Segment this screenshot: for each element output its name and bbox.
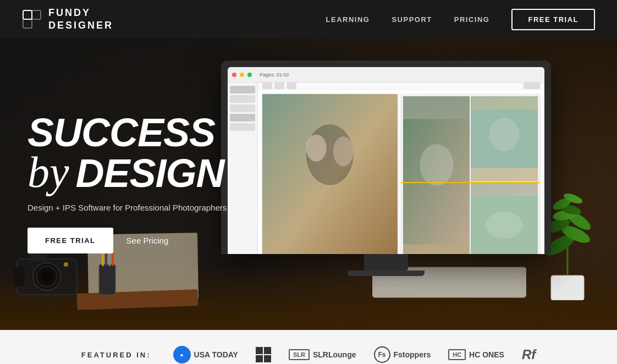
- usa-today-circle: ●: [173, 346, 191, 363]
- sidebar-item: [230, 104, 255, 112]
- minimize-dot: [240, 73, 244, 77]
- slr-lounge-text: SLRLounge: [313, 350, 356, 359]
- logo-slr-lounge: SLR SLRLounge: [289, 349, 356, 360]
- monitor-screen: Pages: 01-02: [228, 67, 544, 254]
- nav-learning[interactable]: LEARNING: [326, 15, 370, 24]
- toolbar-btn: [274, 82, 284, 89]
- brand-name: FUNDY DESIGNER: [48, 7, 113, 32]
- toolbar-btn: [524, 82, 540, 89]
- toolbar-btn: [262, 82, 272, 89]
- monitor-content: [228, 82, 544, 254]
- nav-free-trial-button[interactable]: FREE TRIAL: [511, 9, 595, 30]
- yellow-guide-line: [401, 182, 541, 183]
- hero-subtitle: Design + IPS Software for Professional P…: [27, 203, 227, 212]
- featured-label: FEATURED IN:: [81, 351, 151, 359]
- hc-box: HC: [448, 349, 466, 360]
- logo-fstoppers: Fs Fstoppers: [374, 346, 431, 363]
- svg-point-38: [486, 212, 523, 239]
- svg-point-32: [333, 136, 354, 166]
- monitor-outer: Pages: 01-02: [221, 60, 551, 254]
- hero-title-by-design: by DESIGN: [27, 150, 227, 194]
- usa-today-text: USA TODAY: [194, 350, 238, 359]
- navbar: FUNDY DESIGNER LEARNING SUPPORT PRICING …: [0, 0, 617, 38]
- logo-hc-ones: HC HC ONES: [448, 349, 504, 360]
- svg-rect-27: [377, 279, 522, 285]
- svg-point-31: [306, 135, 327, 162]
- rf-text: Rf: [522, 347, 536, 362]
- hero-buttons: FREE TRIAL See Pricing: [27, 228, 227, 253]
- fundy-logo-icon: [22, 9, 42, 29]
- grid-cell: [256, 347, 263, 354]
- hc-ones-text: HC ONES: [469, 350, 504, 359]
- canvas-left-page: [262, 94, 398, 254]
- grid-cell: [264, 347, 271, 354]
- logo-grid: [256, 347, 271, 362]
- featured-logos: ● USA TODAY SLR SLRLounge Fs Fstoppers H…: [173, 346, 536, 363]
- maximize-dot: [247, 73, 252, 77]
- hero-title-by: by: [27, 150, 69, 194]
- monitor-toolbar: Pages: 01-02: [228, 67, 544, 82]
- svg-rect-2: [23, 19, 32, 28]
- monitor-main: [258, 82, 544, 254]
- canvas-right-page: [401, 94, 541, 254]
- close-dot: [232, 73, 236, 77]
- canvas-photo-tall: [403, 96, 470, 254]
- grid-icon: [256, 347, 271, 362]
- logo-rf: Rf: [522, 347, 536, 362]
- hero-see-pricing-link[interactable]: See Pricing: [126, 236, 169, 245]
- grid-cell: [256, 355, 263, 362]
- monitor-stand: [364, 254, 408, 271]
- hero-content: SUCCESS by DESIGN Design + IPS Software …: [0, 82, 227, 287]
- monitor-canvas: [258, 90, 544, 254]
- svg-rect-1: [32, 10, 41, 19]
- slr-box: SLR: [289, 349, 310, 360]
- canvas-photo-br: [471, 183, 538, 254]
- nav-pricing[interactable]: PRICING: [454, 15, 490, 24]
- monitor-sidebar: [228, 82, 258, 254]
- hero-section: SUCCESS by DESIGN Design + IPS Software …: [0, 38, 617, 330]
- svg-point-36: [489, 118, 520, 151]
- svg-point-34: [420, 144, 453, 186]
- svg-rect-0: [23, 10, 32, 19]
- featured-section: FEATURED IN: ● USA TODAY SLR SLRLounge F…: [0, 330, 617, 364]
- hero-title-design: DESIGN: [76, 156, 224, 191]
- sidebar-item: [230, 114, 255, 122]
- svg-rect-15: [551, 275, 584, 300]
- toolbar-btn: [287, 82, 296, 89]
- logo[interactable]: FUNDY DESIGNER: [22, 7, 113, 32]
- monitor-base: [348, 271, 425, 276]
- fstoppers-icon: Fs: [374, 346, 390, 363]
- hero-free-trial-button[interactable]: FREE TRIAL: [27, 228, 113, 253]
- hero-title-success: SUCCESS: [27, 115, 227, 151]
- nav-support[interactable]: SUPPORT: [392, 15, 432, 24]
- grid-cell: [264, 355, 271, 362]
- logo-usa-today: ● USA TODAY: [173, 346, 238, 363]
- canvas-photo-tr: [471, 96, 538, 181]
- monitor-top-bar: [258, 82, 544, 90]
- nav-links: LEARNING SUPPORT PRICING FREE TRIAL: [326, 9, 595, 30]
- svg-rect-28: [377, 287, 522, 293]
- sidebar-item: [230, 123, 255, 131]
- sidebar-item: [230, 95, 255, 103]
- toolbar-pages-label: Pages: 01-02: [260, 72, 289, 78]
- monitor: Pages: 01-02: [221, 60, 551, 276]
- fstoppers-text: Fstoppers: [394, 350, 431, 359]
- sidebar-item: [230, 86, 255, 93]
